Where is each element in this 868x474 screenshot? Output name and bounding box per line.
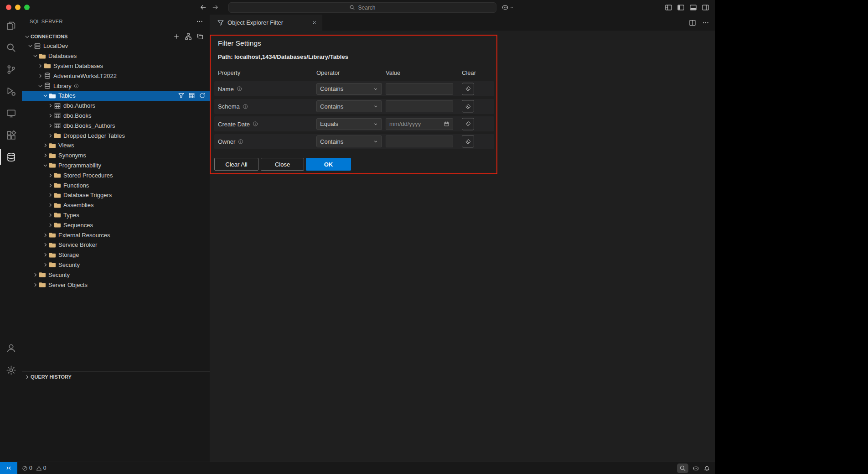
calendar-icon[interactable]	[444, 121, 450, 127]
tree-item-system-databases[interactable]: System Databases	[22, 61, 210, 71]
clear-all-button[interactable]: Clear All	[214, 158, 258, 171]
remote-icon	[5, 465, 12, 471]
customize-layout-button[interactable]	[665, 4, 672, 11]
name-operator-select[interactable]: Contains	[316, 83, 382, 95]
activity-extensions[interactable]	[0, 124, 22, 146]
tree-item-synonyms[interactable]: Synonyms	[22, 151, 210, 161]
tree-item-server-objects[interactable]: Server Objects	[22, 280, 210, 290]
refresh-action-icon[interactable]	[199, 92, 206, 99]
zoom-indicator-button[interactable]	[679, 465, 686, 472]
tree-item-service-broker[interactable]: Service Broker	[22, 240, 210, 250]
tree-item-dropped-ledger-tables[interactable]: Dropped Ledger Tables	[22, 130, 210, 141]
zoom-indicator[interactable]	[677, 464, 688, 473]
owner-value-input[interactable]	[386, 135, 453, 147]
schema-value-input[interactable]	[386, 100, 453, 112]
tree-item-security[interactable]: Security	[22, 260, 210, 270]
folder-icon	[49, 261, 56, 268]
tab-object-explorer-filter[interactable]: Object Explorer Filter	[210, 15, 322, 31]
tree-item-library[interactable]: Library	[22, 81, 210, 91]
tree-item-tables[interactable]: Tables	[22, 91, 210, 101]
remote-indicator-button[interactable]	[0, 462, 17, 474]
chevron-right-icon	[31, 272, 39, 278]
command-center-search[interactable]: Search	[228, 2, 496, 13]
filter-path: Path: localhost,1434/Databases/Library/T…	[218, 53, 348, 60]
editor-more-actions-icon[interactable]	[702, 19, 709, 26]
create-date-value-input[interactable]: mm/dd/yyyy	[386, 118, 453, 130]
tree-item-databases[interactable]: Databases	[22, 51, 210, 61]
schema-operator-select[interactable]: Contains	[316, 100, 382, 112]
tab-bar: Object Explorer Filter	[210, 15, 715, 31]
query-history-section-header[interactable]: QUERY HISTORY	[22, 371, 210, 382]
add-connection-button[interactable]	[173, 33, 180, 40]
create-date-clear-button[interactable]	[462, 118, 474, 130]
activity-remote-explorer[interactable]	[0, 102, 22, 124]
copilot-menu-button[interactable]	[501, 2, 514, 12]
zoom-window-button[interactable]	[24, 5, 30, 10]
sidebar-more-actions-icon[interactable]	[196, 18, 203, 25]
tree-item-types[interactable]: Types	[22, 210, 210, 220]
property-label-text: Owner	[218, 138, 235, 145]
sidebar-header: SQL SERVER	[22, 15, 210, 28]
activity-explorer[interactable]	[0, 15, 22, 36]
filter-action-icon[interactable]	[178, 92, 185, 99]
copilot-status-button[interactable]	[692, 465, 699, 472]
tree-item-label: Sequences	[63, 222, 93, 229]
connections-section-header[interactable]: CONNECTIONS	[22, 31, 210, 42]
forward-icon[interactable]	[212, 4, 219, 11]
tree-item-database-triggers[interactable]: Database Triggers	[22, 190, 210, 200]
eraser-icon	[465, 86, 471, 92]
activity-accounts[interactable]	[0, 337, 22, 359]
tree-item-security[interactable]: Security	[22, 270, 210, 280]
tree-item-views[interactable]: Views	[22, 141, 210, 151]
chevron-right-icon	[46, 222, 54, 228]
tree-item-external-resources[interactable]: External Resources	[22, 230, 210, 240]
activity-manage-settings[interactable]	[0, 359, 22, 381]
back-icon[interactable]	[200, 4, 207, 11]
toggle-primary-sidebar-button[interactable]	[677, 4, 685, 11]
tree-item-storage[interactable]: Storage	[22, 250, 210, 260]
tree-item-localdev[interactable]: LocalDev	[22, 41, 210, 51]
activity-search[interactable]	[0, 36, 22, 58]
activity-source-control[interactable]	[0, 58, 22, 80]
tree-item-assemblies[interactable]: Assemblies	[22, 200, 210, 210]
minimize-window-button[interactable]	[15, 5, 21, 10]
tree-item-adventureworkslt2022[interactable]: AdventureWorksLT2022	[22, 71, 210, 81]
tree-item-dbo-books[interactable]: dbo.Books	[22, 111, 210, 121]
tree-item-dbo-authors[interactable]: dbo.Authors	[22, 101, 210, 111]
close-window-button[interactable]	[6, 5, 11, 10]
split-editor-icon[interactable]	[689, 19, 696, 26]
status-bar: 0 0	[0, 462, 715, 474]
ok-button[interactable]: OK	[306, 158, 351, 171]
close-tab-icon[interactable]	[311, 20, 317, 26]
activity-sql-server[interactable]	[0, 146, 22, 168]
create-date-operator-select[interactable]: Equals	[316, 118, 382, 130]
schema-clear-button[interactable]	[462, 100, 474, 113]
tree-item-functions[interactable]: Functions	[22, 180, 210, 190]
toggle-secondary-sidebar-button[interactable]	[702, 4, 709, 11]
toggle-panel-button[interactable]	[689, 4, 697, 11]
tree-item-label: Dropped Ledger Tables	[63, 132, 125, 139]
problems-status[interactable]: 0 0	[22, 465, 50, 471]
tree-item-dbo-books-authors[interactable]: dbo.Books_Authors	[22, 120, 210, 130]
tree-item-programmability[interactable]: Programmability	[22, 161, 210, 171]
folder-icon	[54, 172, 61, 179]
activity-run-and-debug[interactable]	[0, 80, 22, 102]
account-icon	[6, 343, 16, 354]
new-connection-group-button[interactable]	[196, 33, 204, 40]
close-button[interactable]: Close	[261, 158, 304, 171]
filter-row-owner: OwnerContains	[214, 134, 494, 149]
owner-operator-select[interactable]: Contains	[316, 135, 382, 147]
name-value-input[interactable]	[386, 83, 453, 95]
tree-item-sequences[interactable]: Sequences	[22, 220, 210, 230]
notifications-button[interactable]	[703, 465, 710, 472]
tree-item-stored-procedures[interactable]: Stored Procedures	[22, 170, 210, 180]
table-action-icon[interactable]	[188, 92, 195, 99]
name-clear-button[interactable]	[462, 83, 474, 95]
column-header-operator: Operator	[316, 69, 340, 76]
info-icon	[74, 83, 79, 89]
tree-item-label: Assemblies	[63, 202, 93, 208]
owner-clear-button[interactable]	[462, 135, 474, 148]
folder-icon	[49, 152, 56, 159]
connection-groups-button[interactable]	[185, 33, 192, 40]
property-label: Create Date	[218, 120, 258, 127]
